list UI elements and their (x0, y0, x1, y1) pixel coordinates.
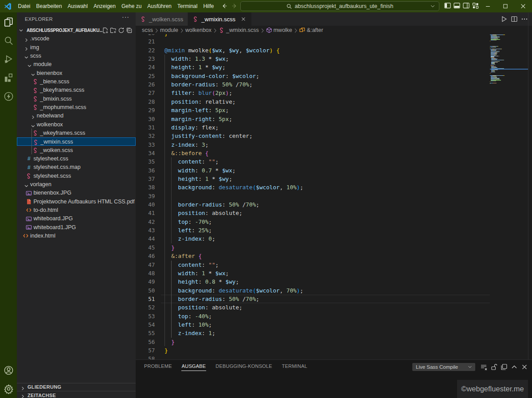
tree-file-_biene.scss[interactable]: _biene.scss (17, 77, 136, 86)
tree-file-index.html[interactable]: index.html (17, 231, 136, 240)
breadcrumb-item[interactable]: mwolke (266, 27, 292, 33)
symbol-method-icon (266, 27, 272, 33)
tree-folder-wolkenbox[interactable]: wolkenbox (17, 120, 136, 129)
new-folder-icon[interactable] (110, 27, 117, 35)
breadcrumb-item[interactable]: module (160, 27, 178, 33)
chevron-right-icon (20, 385, 25, 390)
activitybar-account-icon[interactable] (0, 361, 17, 379)
minimap-line (497, 53, 497, 54)
menu-bearbeiten[interactable]: Bearbeiten (33, 0, 65, 12)
tree-folder-module[interactable]: module (17, 60, 136, 69)
code-line-21: 21 (136, 37, 532, 46)
tree-file-_wmixin.scss[interactable]: _wmixin.scss (17, 137, 136, 146)
more-actions-icon[interactable] (521, 16, 528, 23)
close-panel-icon[interactable] (521, 363, 528, 371)
line-number: 33 (136, 140, 155, 149)
toggle-sidebar-icon[interactable] (444, 2, 451, 9)
split-editor-icon[interactable] (511, 16, 518, 23)
customize-layout-icon[interactable] (472, 2, 479, 9)
breadcrumb-item[interactable]: &:after (299, 27, 323, 33)
line-number: 35 (136, 157, 155, 166)
tree-file-whiteboard1.JPG[interactable]: whiteboard1.JPG (17, 223, 136, 231)
activitybar-run-debug-icon[interactable] (0, 50, 17, 68)
toggle-panel-icon[interactable] (454, 2, 460, 9)
command-center-search[interactable]: abschlussprojekt_aufbaukurs_ute_finish (240, 1, 439, 11)
open-output-in-editor-icon[interactable] (501, 363, 508, 371)
panel-tab-ausgabe[interactable]: AUSGABE (181, 362, 207, 371)
refresh-icon[interactable] (118, 27, 125, 35)
toggle-secondary-sidebar-icon[interactable] (463, 2, 469, 9)
code-text: border-radius: 50% /70%; (164, 295, 259, 303)
menu-datei[interactable]: Datei (15, 0, 33, 12)
minimize-button[interactable] (479, 0, 497, 12)
maximize-button[interactable] (497, 0, 514, 12)
close-tab-icon[interactable] (240, 16, 247, 23)
section-zeitachse[interactable]: ZEITACHSE (17, 391, 136, 398)
line-number: 23 (136, 55, 155, 63)
explorer-root-folder[interactable]: ABSCHLUSSPROJEKT_AUFBAUKU... (17, 26, 136, 35)
maximize-panel-icon[interactable] (511, 363, 518, 371)
output-channel-select[interactable]: Live Sass Compile (412, 363, 475, 371)
menu-anzeigen[interactable]: Anzeigen (90, 0, 118, 12)
tree-folder-bienenbox[interactable]: bienenbox (17, 69, 136, 77)
panel-tab-terminal[interactable]: TERMINAL (282, 362, 308, 371)
new-file-icon[interactable] (102, 27, 109, 35)
tree-file-_mophummel.scss[interactable]: _mophummel.scss (17, 103, 136, 111)
breadcrumb-item[interactable]: wolkenbox (185, 27, 211, 33)
close-window-button[interactable] (514, 0, 532, 12)
activity-bar (0, 12, 17, 398)
tree-file-_wolken.scss[interactable]: _wolken.scss (17, 146, 136, 154)
tree-file-bienenbox.JPG[interactable]: bienenbox.JPG (17, 189, 136, 197)
tree-file-_wkeyframes.scss[interactable]: _wkeyframes.scss (17, 129, 136, 137)
sass-file-icon (26, 173, 32, 179)
line-number: 48 (136, 269, 155, 277)
menu-auswahl[interactable]: Auswahl (65, 0, 90, 12)
breadcrumb-item[interactable]: scss (142, 27, 153, 33)
tree-folder-.vscode[interactable]: .vscode (17, 35, 136, 43)
tree-folder-img[interactable]: img (17, 43, 136, 51)
run-file-icon[interactable] (501, 16, 508, 23)
line-number: 39 (136, 192, 155, 200)
menu-terminal[interactable]: Terminal (175, 0, 200, 12)
tree-folder-nebelwand[interactable]: nebelwand (17, 112, 136, 120)
history-forward-icon[interactable] (231, 3, 238, 9)
menu-ausführen[interactable]: Ausführen (145, 0, 175, 12)
menu-gehe-zu[interactable]: Gehe zu (118, 0, 144, 12)
tree-file-stylesheet.css.map[interactable]: #stylesheet.css.map (17, 163, 136, 172)
menu-hilfe[interactable]: Hilfe (200, 0, 217, 12)
tree-folder-scss[interactable]: scss (17, 51, 136, 60)
tab-_wmixin.scss[interactable]: _wmixin.scss (188, 12, 251, 26)
panel-tab-debugging-konsole[interactable]: DEBUGGING-KONSOLE (215, 362, 272, 371)
clear-output-icon[interactable] (480, 363, 487, 371)
code-editor[interactable]: 20}2122@mixin mwolke($wx, $wy, $wcolor) … (136, 34, 532, 359)
tree-file-stylesheet.css[interactable]: #stylesheet.css (17, 154, 136, 163)
code-line-46: 46 &:after { (136, 252, 532, 260)
section-label: GLIEDERUNG (27, 384, 61, 390)
section-gliederung[interactable]: GLIEDERUNG (17, 383, 136, 391)
activitybar-extensions-icon[interactable] (0, 68, 17, 87)
tree-file-to-do.html[interactable]: to-do.html (17, 206, 136, 214)
minimap-line (491, 72, 491, 73)
minimap-line (497, 46, 498, 47)
tree-file-Projektwoche Aufbaukurs HTML CSS.pdf[interactable]: Projektwoche Aufbaukurs HTML CSS.pdf (17, 197, 136, 206)
tab-_wolken.scss[interactable]: _wolken.scss (136, 12, 188, 26)
sidebar-more-actions-icon[interactable]: ··· (122, 13, 129, 20)
history-back-icon[interactable] (221, 3, 228, 9)
tree-file-whiteboard.JPG[interactable]: whiteboard.JPG (17, 215, 136, 223)
tree-file-_bmixin.scss[interactable]: _bmixin.scss (17, 94, 136, 103)
minimap-current-line (490, 69, 528, 70)
unlock-icon[interactable] (490, 363, 497, 371)
minimap[interactable] (490, 34, 528, 359)
activitybar-live-server-icon[interactable] (0, 87, 17, 105)
indent-guide (164, 55, 165, 346)
tree-folder-vorlagen[interactable]: vorlagen (17, 180, 136, 188)
tree-file-_bkeyframes.scss[interactable]: _bkeyframes.scss (17, 86, 136, 94)
activitybar-explorer-icon[interactable] (0, 12, 17, 31)
breadcrumb-item[interactable]: _wmixin.scss (219, 27, 259, 33)
activitybar-settings-icon[interactable] (0, 379, 17, 398)
activitybar-search-icon[interactable] (0, 31, 17, 50)
html-file-icon (23, 233, 29, 239)
collapse-all-icon[interactable] (126, 27, 133, 35)
panel-tab-probleme[interactable]: PROBLEME (144, 362, 172, 371)
tree-file-stylesheet.scss[interactable]: stylesheet.scss (17, 172, 136, 180)
